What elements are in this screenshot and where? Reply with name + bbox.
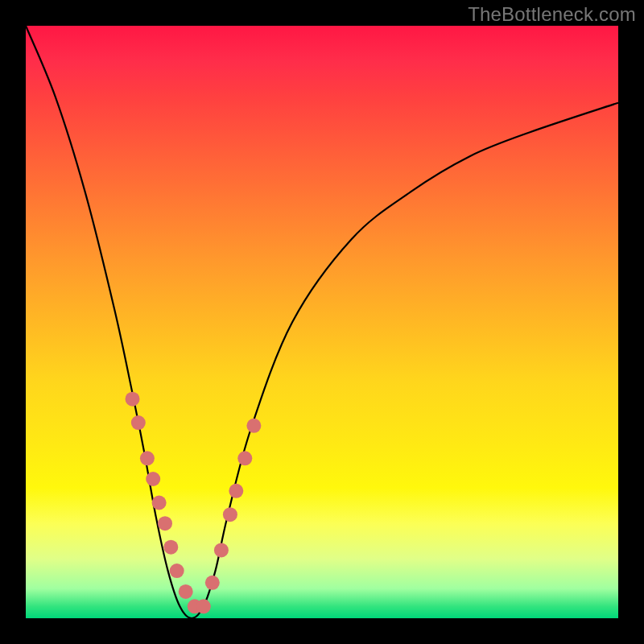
marker-dots-group [126,392,262,614]
marker-dot [229,484,243,498]
bottleneck-curve-path [26,26,618,618]
marker-dot [163,540,178,555]
marker-dot [237,451,252,465]
marker-dot [146,472,160,486]
marker-dot [246,419,261,433]
marker-dot [205,576,220,590]
marker-dot [152,496,167,510]
marker-dot [170,564,184,578]
marker-dot [126,392,140,407]
marker-dot [131,415,146,430]
marker-dot [223,507,237,522]
curve-svg [26,26,618,618]
watermark-label: TheBottleneck.com [468,3,636,26]
marker-dot [179,584,193,599]
marker-dot [140,451,155,465]
chart-frame: TheBottleneck.com [0,0,644,644]
marker-dot [196,599,211,613]
marker-dot [158,516,172,530]
marker-dot [214,543,229,557]
plot-area [26,26,618,618]
